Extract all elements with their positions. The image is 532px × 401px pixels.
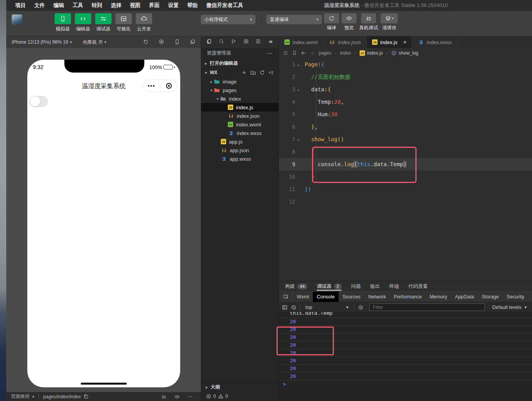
new-file-icon[interactable] [241,70,247,75]
copy-icon[interactable] [83,394,89,399]
panel-tab-输出[interactable]: 输出 [370,281,380,291]
action-button-layers[interactable]: ▾ 清缓存 [381,13,398,31]
console-output[interactable]: this.data.Temp2020202020202020 > [279,312,532,401]
outline-section[interactable]: ▸ 大纲 [201,382,278,392]
project-root-section[interactable]: ▾ WX [201,68,278,77]
code-line-6[interactable]: 6 }, [279,121,532,133]
bookmark-icon[interactable] [292,50,297,56]
context-select[interactable]: top▼ [304,305,351,310]
code-line-7[interactable]: 7 ⌄ show_log() [279,133,532,145]
inspect-element-button[interactable] [279,292,293,302]
open-editors-section[interactable]: ▸ 打开的编辑器 [201,59,278,68]
clear-console-icon[interactable] [291,305,296,310]
nav-back-icon[interactable] [301,50,306,56]
code-line-10[interactable]: 10 } [279,170,532,183]
fold-chevron-icon[interactable]: ⌄ [295,133,301,145]
hot-reload-toggle[interactable]: 热重载 开▾ [83,39,106,46]
panel-tab-问题[interactable]: 问题 [351,281,361,291]
menu-item-1[interactable]: 文件 [30,2,49,9]
nav-button-sliders[interactable]: 调试器 [94,13,112,32]
console-row-1[interactable]: 20 [279,318,532,326]
console-row-2[interactable]: 20 [279,326,532,334]
breadcrumb-item-show_log[interactable]: show_log [391,50,419,56]
devtools-tab-Wxml[interactable]: Wxml [293,292,313,302]
action-button-refresh[interactable]: 编译 [324,13,339,31]
tree-item-index[interactable]: ▾ index [201,94,278,103]
tree-item-app.js[interactable]: JS app.js [201,137,278,146]
activity-teapot-button[interactable] [268,39,273,46]
action-button-bug[interactable]: 真机调试 [359,13,378,31]
tree-item-app.wxss[interactable]: Ǝ app.wxss [201,154,278,163]
menu-item-10[interactable]: 微信开发者工具 [202,2,248,9]
rotate-device-button[interactable] [143,39,149,46]
refresh-icon[interactable] [259,70,265,75]
console-row-4[interactable]: 20 [279,341,532,349]
devtools-tab-Storage[interactable]: Storage [478,292,503,302]
log-levels-select[interactable]: Default levels▼ [492,305,529,310]
tree-item-index.json[interactable]: {..} index.json [201,112,278,120]
code-line-9[interactable]: 9 console.log(this.data.Temp) [279,158,532,170]
code-line-12[interactable]: 12 [279,195,532,208]
console-row-7[interactable]: 20 [279,365,532,373]
tree-item-image[interactable]: ▸ image [201,77,278,86]
editor-tab-index.wxml[interactable]: <> index.wxml [279,36,323,48]
eye-icon[interactable] [358,305,364,310]
tree-item-app.json[interactable]: {..} app.json [201,146,278,154]
console-row-3[interactable]: 20 [279,334,532,341]
console-prompt[interactable]: > [279,380,532,388]
bug-icon[interactable] [161,394,167,399]
editor-tab-index.json[interactable]: {..} index.json [323,36,367,48]
explorer-more-button[interactable]: ··· [267,51,273,56]
devtools-tab-Performance[interactable]: Performance [390,292,426,302]
devtools-tab-Console[interactable]: Console [313,292,339,302]
code-line-11[interactable]: 11 }) [279,183,532,195]
devtools-tab-AppData[interactable]: AppData [451,292,478,302]
nav-forward-icon[interactable] [310,50,315,56]
devtools-tab-Sources[interactable]: Sources [339,292,364,302]
panel-tab-构建[interactable]: 构建 44 [285,281,307,291]
devtools-tab-Memory[interactable]: Memory [426,292,451,302]
code-line-4[interactable]: 4 Temp:20, [279,96,532,108]
activity-files-button[interactable] [206,39,212,46]
activity-source-control-button[interactable] [231,39,236,46]
code-line-1[interactable]: 1 ⌄ Page({ [279,58,532,71]
device-frame-button[interactable] [174,39,180,46]
devtools-tab-Network[interactable]: Network [364,292,390,302]
nav-button-cloud[interactable]: 云开发 [135,13,153,32]
sidebar-toggle-icon[interactable] [282,305,287,310]
nav-button-phone[interactable]: 模拟器 [54,13,72,32]
menu-item-7[interactable]: 界面 [145,2,164,9]
code-line-8[interactable]: 8 { [279,145,532,158]
device-select[interactable]: iPhone 12/13 (Pro) 96% 19▾ [12,39,72,45]
activity-npm-box-button[interactable] [255,39,261,46]
editor-tab-index.wxss[interactable]: Ǝ index.wxss [412,36,458,48]
screenshot-record-button[interactable] [159,39,164,46]
code-line-3[interactable]: 3 ⌄ data:{ [279,83,532,96]
user-avatar[interactable] [12,14,22,25]
mode-select[interactable]: 小程序模式▾ [201,15,255,24]
breadcrumb-item-index[interactable]: index [340,50,351,56]
nav-button-code[interactable]: 编辑器 [74,13,92,32]
page-toggle-switch[interactable] [30,96,48,107]
console-row-6[interactable]: 20 [279,357,532,365]
new-folder-icon[interactable] [250,70,256,75]
console-filter-input[interactable] [369,303,485,311]
menu-item-5[interactable]: 选择 [106,2,126,9]
menu-item-4[interactable]: 转到 [87,2,106,9]
activity-extensions-button[interactable] [243,39,249,46]
panel-tab-代码质量[interactable]: 代码质量 [408,281,428,291]
fold-chevron-icon[interactable]: ⌄ [295,83,301,96]
console-row-8[interactable]: 20 [279,373,532,380]
detach-window-button[interactable] [190,39,195,46]
code-line-2[interactable]: 2 //页面初始数据 [279,71,532,83]
code-editor[interactable]: 1 ⌄ Page({ 2 //页面初始数据 3 ⌄ data:{ 4 Temp:… [279,58,532,281]
menu-item-3[interactable]: 工具 [68,2,87,9]
more-dots-icon[interactable] [188,394,193,399]
menu-item-9[interactable]: 帮助 [183,2,202,9]
collapse-all-icon[interactable] [268,70,274,75]
console-row-expression[interactable]: this.data.Temp [279,312,532,318]
menu-item-2[interactable]: 编辑 [49,2,68,9]
menu-item-6[interactable]: 视图 [126,2,145,9]
problems-summary[interactable]: 0 0 [201,392,278,401]
exit-target-button[interactable] [160,82,177,89]
